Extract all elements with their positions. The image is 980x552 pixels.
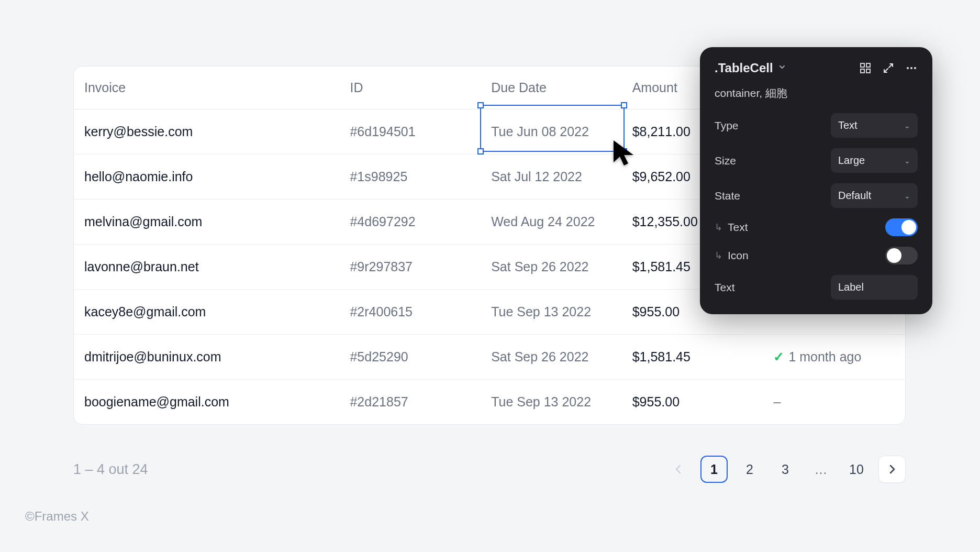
cell-paid[interactable]: – xyxy=(764,380,905,425)
prop-icon-toggle[interactable] xyxy=(885,247,918,264)
col-header-id[interactable]: ID xyxy=(340,67,482,109)
svg-rect-1 xyxy=(866,63,870,67)
chevron-down-icon: ⌄ xyxy=(904,157,910,165)
svg-point-4 xyxy=(907,67,909,69)
cell-due[interactable]: Tue Sep 13 2022 xyxy=(482,380,623,425)
paid-text: 1 month ago xyxy=(788,349,861,364)
footer-brand: ©Frames X xyxy=(25,509,89,524)
cell-id[interactable]: #2r400615 xyxy=(340,290,482,335)
svg-point-5 xyxy=(910,67,912,69)
prop-type-value: Text xyxy=(838,119,858,131)
cell-paid[interactable]: ✓1 month ago xyxy=(764,335,905,380)
cell-invoice[interactable]: kacey8e@gmail.com xyxy=(74,290,340,335)
cell-invoice[interactable]: boogiename@gmail.com xyxy=(74,380,340,425)
cell-due[interactable]: Sat Sep 26 2022 xyxy=(482,245,623,290)
svg-point-6 xyxy=(914,67,916,69)
inspector-panel: .TableCell container, 細胞 Type Text ⌄ Siz… xyxy=(700,47,932,314)
pagination-bar: 1 – 4 out 24 1 2 3 … 10 xyxy=(73,456,906,483)
prop-icon-toggle-label: ↳Icon xyxy=(715,249,749,262)
cell-due[interactable]: Sat Sep 26 2022 xyxy=(482,335,623,380)
col-header-invoice[interactable]: Invoice xyxy=(74,67,340,109)
pagination-summary: 1 – 4 out 24 xyxy=(73,461,148,478)
cell-amount[interactable]: $1,581.45 xyxy=(623,335,764,380)
prop-text-field[interactable]: Label xyxy=(831,275,918,300)
cell-invoice[interactable]: melvina@gmail.com xyxy=(74,200,340,245)
pager-page-2[interactable]: 2 xyxy=(736,456,763,483)
prop-text-toggle[interactable] xyxy=(885,218,918,236)
col-header-due[interactable]: Due Date xyxy=(482,67,623,109)
svg-rect-3 xyxy=(866,69,870,73)
cell-invoice[interactable]: dmitrijoe@buninux.com xyxy=(74,335,340,380)
prop-text-field-label: Text xyxy=(715,281,735,294)
cell-id[interactable]: #9r297837 xyxy=(340,245,482,290)
prop-size-select[interactable]: Large ⌄ xyxy=(831,148,918,173)
inspector-title: .TableCell xyxy=(715,61,773,75)
prop-size-label: Size xyxy=(715,154,736,167)
cell-invoice[interactable]: kerry@bessie.com xyxy=(74,109,340,154)
chevron-down-icon: ⌄ xyxy=(904,122,910,130)
table-row[interactable]: boogiename@gmail.com#2d21857Tue Sep 13 2… xyxy=(74,380,905,425)
cell-id[interactable]: #5d25290 xyxy=(340,335,482,380)
prop-state-select[interactable]: Default ⌄ xyxy=(831,183,918,208)
pager-prev-button[interactable] xyxy=(665,456,692,483)
cell-due[interactable]: Sat Jul 12 2022 xyxy=(482,154,623,200)
prop-size-value: Large xyxy=(838,154,865,167)
pager-next-button[interactable] xyxy=(878,456,906,483)
table-row[interactable]: dmitrijoe@buninux.com#5d25290Sat Sep 26 … xyxy=(74,335,905,380)
cursor-icon xyxy=(612,139,638,169)
cell-invoice[interactable]: hello@naomie.info xyxy=(74,154,340,200)
cell-due[interactable]: Tue Jun 08 2022 xyxy=(482,109,623,154)
detach-icon[interactable] xyxy=(882,62,895,74)
pager-ellipsis: … xyxy=(807,456,834,483)
cell-invoice[interactable]: lavonne@braun.net xyxy=(74,245,340,290)
paid-text: – xyxy=(773,394,781,409)
inspector-subtitle: container, 細胞 xyxy=(715,86,918,101)
chevron-down-icon[interactable] xyxy=(778,63,786,73)
cell-due[interactable]: Wed Aug 24 2022 xyxy=(482,200,623,245)
more-icon[interactable] xyxy=(905,62,918,74)
prop-type-label: Type xyxy=(715,119,739,132)
pager-page-1[interactable]: 1 xyxy=(700,456,728,483)
sub-arrow-icon: ↳ xyxy=(715,222,722,233)
prop-state-label: State xyxy=(715,190,740,202)
prop-state-value: Default xyxy=(838,190,871,202)
prop-text-toggle-label: ↳Text xyxy=(715,221,748,234)
prop-type-select[interactable]: Text ⌄ xyxy=(831,113,918,138)
pager-page-3[interactable]: 3 xyxy=(772,456,799,483)
pager-page-10[interactable]: 10 xyxy=(843,456,870,483)
cell-amount[interactable]: $955.00 xyxy=(623,380,764,425)
cell-id[interactable]: #6d194501 xyxy=(340,109,482,154)
cell-id[interactable]: #1s98925 xyxy=(340,154,482,200)
cell-id[interactable]: #2d21857 xyxy=(340,380,482,425)
check-icon: ✓ xyxy=(773,349,784,364)
pager: 1 2 3 … 10 xyxy=(665,456,906,483)
sub-arrow-icon: ↳ xyxy=(715,250,722,261)
svg-rect-0 xyxy=(861,63,864,67)
svg-rect-2 xyxy=(861,69,864,73)
grid-icon[interactable] xyxy=(859,62,872,74)
cell-due[interactable]: Tue Sep 13 2022 xyxy=(482,290,623,335)
cell-id[interactable]: #4d697292 xyxy=(340,200,482,245)
chevron-down-icon: ⌄ xyxy=(904,192,910,200)
prop-text-field-value: Label xyxy=(838,281,864,293)
